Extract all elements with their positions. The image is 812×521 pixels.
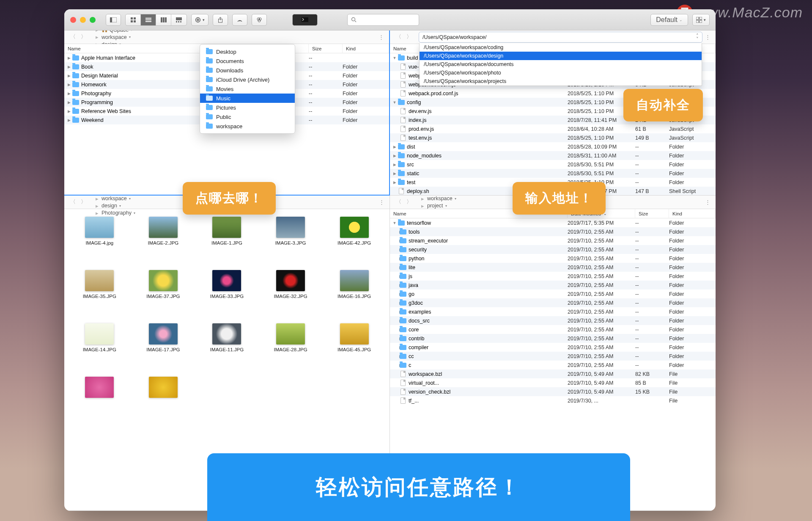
- breadcrumb-item[interactable]: ▸project ▾: [419, 202, 460, 210]
- col-kind[interactable]: Kind: [343, 44, 389, 53]
- dropdown-item[interactable]: Desktop: [200, 47, 295, 56]
- col-kind[interactable]: Kind: [669, 209, 716, 218]
- disclosure-triangle[interactable]: ▶: [390, 283, 399, 287]
- disclosure-triangle[interactable]: ▶: [390, 292, 399, 296]
- nav-back-button[interactable]: 〈: [69, 198, 77, 207]
- airdrop-button[interactable]: [232, 14, 247, 26]
- disclosure-triangle[interactable]: ▶: [390, 154, 398, 158]
- table-row[interactable]: tf_...2019/7/30, ...File: [390, 396, 716, 405]
- table-row[interactable]: ▶src2018/5/30, 5:51 PM--Folder: [390, 160, 716, 169]
- thumbnail-item[interactable]: IMAGE-45.JPG: [323, 323, 385, 374]
- table-row[interactable]: test.env.js2018/5/25, 1:10 PM149 BJavaSc…: [390, 133, 716, 142]
- autocomplete-item[interactable]: /Users/QSpace/workspace/photo: [420, 69, 702, 77]
- pathbar-menu-button[interactable]: ⋮: [379, 34, 385, 40]
- disclosure-triangle[interactable]: ▶: [64, 91, 72, 96]
- thumbnail-item[interactable]: IMAGE-17.JPG: [132, 323, 195, 374]
- disclosure-triangle[interactable]: ▶: [390, 354, 399, 358]
- tags-button[interactable]: [252, 14, 267, 26]
- table-row[interactable]: ▶python2019/7/10, 2:55 AM--Folder: [390, 254, 716, 263]
- pathbar-menu-button[interactable]: ⋮: [705, 34, 711, 40]
- action-menu-button[interactable]: ▾: [191, 14, 208, 26]
- nav-forward-button[interactable]: 〉: [79, 198, 88, 207]
- view-gallery-button[interactable]: [171, 14, 187, 25]
- nav-back-button[interactable]: 〈: [69, 33, 77, 41]
- nav-back-button[interactable]: 〈: [394, 198, 403, 207]
- disclosure-triangle[interactable]: ▶: [390, 345, 399, 350]
- thumbnail-item[interactable]: IMAGE-11.JPG: [196, 323, 258, 374]
- breadcrumb-item[interactable]: ▸workspace ▾: [419, 196, 460, 202]
- table-row[interactable]: ▶js2019/7/10, 2:55 AM--Folder: [390, 272, 716, 281]
- table-row[interactable]: virtual_root...2019/7/10, 5:49 AM85 BFil…: [390, 378, 716, 387]
- thumbnail-item[interactable]: IMAGE-1.JPG: [196, 217, 258, 267]
- disclosure-triangle[interactable]: ▶: [390, 319, 399, 323]
- table-row[interactable]: ▶stream_executor2019/7/10, 2:55 AM--Fold…: [390, 236, 716, 245]
- table-row[interactable]: ▶tools2019/7/10, 2:55 AM--Folder: [390, 227, 716, 236]
- disclosure-triangle[interactable]: ▶: [390, 171, 398, 176]
- thumbnail-item[interactable]: IMAGE-37.JPG: [132, 270, 195, 321]
- autocomplete-item[interactable]: /Users/QSpace/workspace/projects: [420, 77, 702, 85]
- thumbnail-item[interactable]: IMAGE-42.JPG: [323, 217, 385, 267]
- nav-forward-button[interactable]: 〉: [405, 33, 414, 41]
- thumbnail-item[interactable]: IMAGE-2.JPG: [132, 217, 195, 267]
- autocomplete-item[interactable]: /Users/QSpace/workspace/coding: [420, 43, 702, 52]
- disclosure-triangle[interactable]: ▶: [390, 163, 398, 167]
- table-row[interactable]: ▶compiler2019/7/10, 2:55 AM--Folder: [390, 343, 716, 352]
- table-row[interactable]: ▼tensorflow2019/7/17, 5:35 PM--Folder: [390, 218, 716, 227]
- address-stepper-icon[interactable]: ˄˅: [696, 34, 699, 41]
- thumbnail-item[interactable]: IMAGE-4.jpg: [69, 217, 131, 267]
- dropdown-item[interactable]: Public: [200, 112, 295, 121]
- dropdown-item[interactable]: Movies: [200, 84, 295, 94]
- pane-layout-button[interactable]: ▾: [692, 14, 710, 26]
- col-size[interactable]: Size: [309, 44, 343, 53]
- table-row[interactable]: version_check.bzl2019/7/10, 5:49 AM15 KB…: [390, 387, 716, 396]
- disclosure-triangle[interactable]: ▶: [390, 336, 399, 341]
- view-icon-button[interactable]: [126, 14, 141, 25]
- disclosure-triangle[interactable]: ▼: [390, 100, 398, 105]
- disclosure-triangle[interactable]: ▶: [390, 230, 399, 234]
- view-column-button[interactable]: [156, 14, 171, 25]
- dropdown-item[interactable]: Documents: [200, 56, 295, 66]
- nav-forward-button[interactable]: 〉: [79, 33, 88, 41]
- table-row[interactable]: ▶examples2019/7/10, 2:55 AM--Folder: [390, 307, 716, 316]
- disclosure-triangle[interactable]: ▶: [390, 180, 398, 185]
- disclosure-triangle[interactable]: ▼: [390, 221, 398, 225]
- autocomplete-item[interactable]: /Users/QSpace/workspace/design: [420, 52, 702, 60]
- disclosure-triangle[interactable]: ▶: [64, 65, 72, 69]
- thumbnail-item[interactable]: IMAGE-16.JPG: [323, 270, 385, 321]
- share-button[interactable]: [213, 14, 228, 26]
- address-bar[interactable]: ˄˅ /Users/QSpace/workspace/coding/Users/…: [419, 32, 702, 43]
- table-row[interactable]: ▶contrib2019/7/10, 2:55 AM--Folder: [390, 334, 716, 343]
- dropdown-item[interactable]: Music: [200, 94, 295, 103]
- disclosure-triangle[interactable]: ▶: [390, 239, 399, 243]
- pathbar-menu-button[interactable]: ⋮: [705, 199, 711, 205]
- dropdown-item[interactable]: Downloads: [200, 66, 295, 75]
- disclosure-triangle[interactable]: ▶: [64, 83, 72, 87]
- breadcrumb-item[interactable]: ▸QSpace ▾: [93, 30, 134, 33]
- close-button[interactable]: [70, 17, 76, 23]
- minimize-button[interactable]: [80, 17, 86, 23]
- table-row[interactable]: workspace.bzl2019/7/10, 5:49 AM82 KBFile: [390, 369, 716, 378]
- dropdown-item[interactable]: Pictures: [200, 103, 295, 112]
- disclosure-triangle[interactable]: ▶: [64, 74, 72, 78]
- col-size[interactable]: Size: [635, 209, 669, 218]
- table-row[interactable]: ▶cc2019/7/10, 2:55 AM--Folder: [390, 352, 716, 361]
- disclosure-triangle[interactable]: ▶: [64, 100, 72, 105]
- table-row[interactable]: prod.env.js2018/6/4, 10:28 AM61 BJavaScr…: [390, 124, 716, 133]
- disclosure-triangle[interactable]: ▼: [390, 56, 398, 60]
- table-row[interactable]: ▶go2019/7/10, 2:55 AM--Folder: [390, 289, 716, 298]
- disclosure-triangle[interactable]: ▶: [390, 145, 398, 149]
- nav-forward-button[interactable]: 〉: [405, 198, 414, 207]
- pathbar-menu-button[interactable]: ⋮: [379, 199, 385, 205]
- table-row[interactable]: ▶core2019/7/10, 2:55 AM--Folder: [390, 325, 716, 334]
- table-row[interactable]: ▶static2018/5/30, 5:51 PM--Folder: [390, 169, 716, 178]
- disclosure-triangle[interactable]: ▶: [64, 109, 72, 113]
- toggle-sidebar-button[interactable]: [106, 14, 121, 26]
- thumbnail-item[interactable]: IMAGE-28.JPG: [260, 323, 322, 374]
- breadcrumb-item[interactable]: ▸workspace ▾: [93, 196, 137, 202]
- view-list-button[interactable]: [141, 14, 156, 25]
- dropdown-item[interactable]: workspace: [200, 121, 295, 131]
- table-row[interactable]: ▶node_modules2018/5/31, 11:00 AM--Folder: [390, 151, 716, 160]
- address-input[interactable]: [422, 34, 696, 40]
- disclosure-triangle[interactable]: ▶: [390, 265, 399, 270]
- table-row[interactable]: ▶lite2019/7/10, 2:55 AM--Folder: [390, 263, 716, 272]
